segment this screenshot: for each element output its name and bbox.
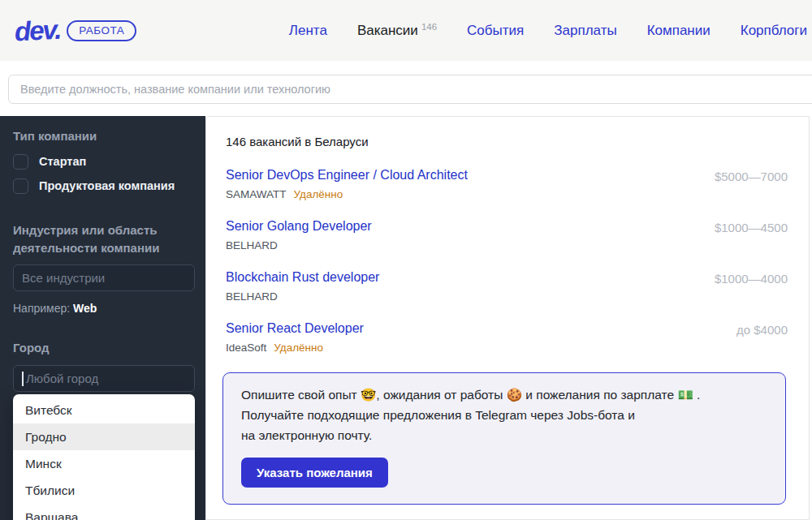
industry-hint-label: Например: (13, 302, 70, 315)
job-meta: IdeaSoftУдалённо (226, 342, 364, 354)
job-salary: $1000—4500 (715, 219, 788, 234)
nav-companies[interactable]: Компании (647, 23, 710, 39)
job-info: Blockchain Rust developer BELHARD (226, 270, 379, 303)
checkbox-row-startup[interactable]: Стартап (13, 154, 195, 170)
job-info: Senior React Developer IdeaSoftУдалённо (226, 321, 364, 354)
filter-company-type-title: Тип компании (13, 127, 195, 145)
checkbox-startup-label: Стартап (39, 155, 86, 168)
search-input[interactable] (8, 75, 812, 104)
job-row: Senior Golang Developer BELHARD $1000—45… (226, 219, 788, 251)
city-input-placeholder: Любой город (26, 372, 98, 385)
search-section (0, 61, 812, 116)
job-company: IdeaSoft (226, 342, 266, 354)
filter-city-title: Город (13, 339, 195, 357)
industry-hint-example: Web (73, 302, 97, 315)
filter-industry-title: Индустрия или область деятельности компа… (13, 221, 188, 257)
logo-rabota-badge: РАБОТА (67, 20, 136, 41)
checkbox-product-company-label: Продуктовая компания (39, 179, 175, 192)
nav-corpblogs[interactable]: Корпблоги (741, 23, 807, 39)
filters-sidebar: Тип компании Стартап Продуктовая компани… (0, 116, 205, 520)
job-row: Senior DevOps Engineer / Cloud Architect… (226, 168, 788, 200)
city-option-vitebsk[interactable]: Витебск (13, 397, 195, 423)
job-remote-badge: Удалённо (274, 342, 323, 354)
job-title-link[interactable]: Blockchain Rust developer (226, 270, 379, 285)
city-option-tbilisi[interactable]: Тбилиси (13, 477, 195, 504)
set-preferences-button[interactable]: Указать пожелания (241, 458, 388, 488)
main-nav: Лента Вакансии146 События Зарплаты Компа… (289, 22, 807, 39)
logo[interactable]: dev. РАБОТА (15, 15, 136, 46)
city-option-minsk[interactable]: Минск (13, 450, 195, 477)
banner-text-line: на электронную почту. (241, 426, 767, 446)
job-company: SAMAWATT (226, 188, 287, 200)
city-option-warsaw[interactable]: Варшава (13, 504, 195, 520)
job-preferences-banner: Опишите свой опыт 🤓, ожидания от работы … (222, 372, 786, 505)
checkbox-product-company[interactable] (13, 178, 28, 194)
job-remote-badge: Удалённо (294, 188, 343, 200)
job-info: Senior DevOps Engineer / Cloud Architect… (226, 168, 468, 200)
vacancies-count-badge: 146 (421, 22, 437, 32)
nav-events[interactable]: События (467, 23, 524, 39)
job-meta: BELHARD (226, 239, 372, 251)
results-count: 146 вакансий в Беларуси (226, 135, 788, 148)
job-row: Senior React Developer IdeaSoftУдалённо … (226, 321, 788, 354)
content: Тип компании Стартап Продуктовая компани… (0, 116, 812, 520)
job-company: BELHARD (226, 290, 278, 303)
nav-vacancies[interactable]: Вакансии146 (357, 22, 437, 39)
job-salary: $5000—7000 (715, 168, 788, 183)
header: dev. РАБОТА Лента Вакансии146 События За… (0, 0, 812, 61)
job-row: Blockchain Rust developer BELHARD $1000—… (226, 270, 788, 303)
job-meta: BELHARD (226, 290, 379, 303)
job-salary: $1000—4000 (715, 270, 788, 286)
job-title-link[interactable]: Senior Golang Developer (226, 219, 372, 234)
checkbox-row-product-company[interactable]: Продуктовая компания (13, 178, 195, 194)
vacancies-panel: 146 вакансий в Беларуси Senior DevOps En… (205, 116, 810, 520)
page: dev. РАБОТА Лента Вакансии146 События За… (0, 0, 812, 520)
city-input[interactable]: Любой город (13, 365, 195, 392)
job-title-link[interactable]: Senior DevOps Engineer / Cloud Architect (226, 168, 468, 183)
industry-hint: Например: Web (13, 302, 195, 315)
industry-input[interactable] (13, 264, 195, 291)
text-cursor (22, 372, 24, 386)
job-title-link[interactable]: Senior React Developer (226, 321, 364, 336)
banner-text-line: Опишите свой опыт 🤓, ожидания от работы … (241, 385, 767, 406)
job-salary: до $4000 (736, 321, 788, 337)
checkbox-startup[interactable] (13, 154, 28, 170)
city-dropdown: Витебск Гродно Минск Тбилиси Варшава Поз… (13, 394, 195, 520)
job-info: Senior Golang Developer BELHARD (226, 219, 372, 251)
job-company: BELHARD (226, 239, 278, 251)
banner-text-line: Получайте подходящие предложения в Teleg… (241, 406, 767, 426)
nav-feed[interactable]: Лента (289, 23, 327, 39)
nav-salaries[interactable]: Зарплаты (554, 23, 616, 39)
job-meta: SAMAWATTУдалённо (226, 188, 468, 200)
nav-vacancies-label: Вакансии (357, 23, 418, 38)
logo-devby-script: dev. (14, 14, 61, 47)
city-option-grodno[interactable]: Гродно (13, 423, 195, 450)
